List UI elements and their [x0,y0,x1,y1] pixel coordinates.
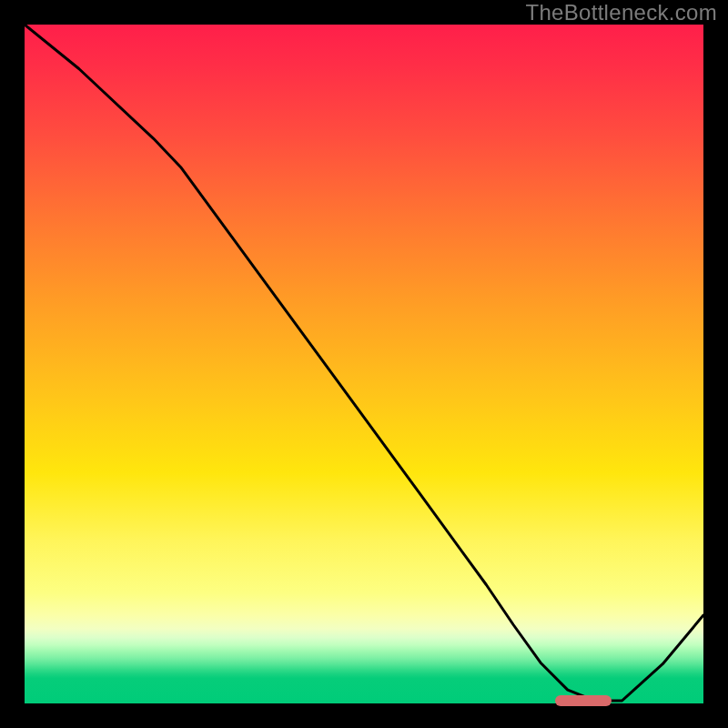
chart-canvas: TheBottleneck.com [0,0,728,728]
heat-gradient [25,25,703,703]
plot-area [25,25,703,703]
watermark-text: TheBottleneck.com [525,0,717,25]
optimal-range-marker [555,695,611,706]
